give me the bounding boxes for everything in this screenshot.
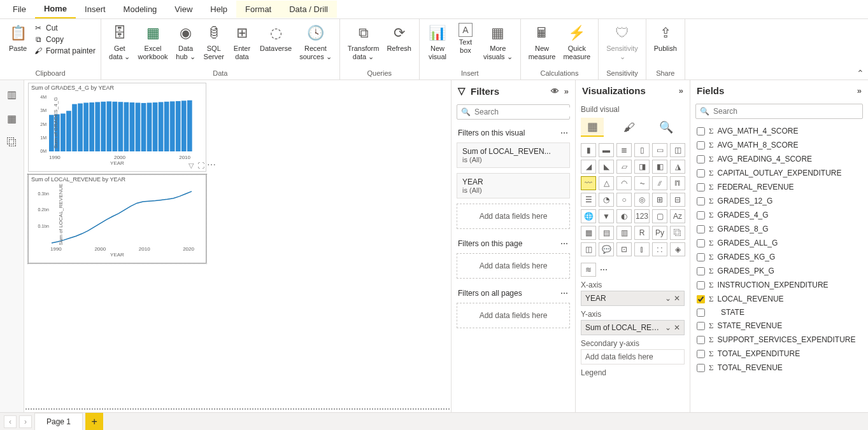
chevron-down-icon[interactable]: ⌄: [665, 294, 671, 303]
viz-type-12[interactable]: 〰: [581, 176, 596, 190]
field-checkbox[interactable]: [697, 169, 705, 177]
more-visuals-button[interactable]: ▦More visuals ⌄: [480, 22, 516, 62]
field-checkbox[interactable]: [697, 336, 705, 344]
xaxis-well[interactable]: YEAR ⌄ ✕: [581, 291, 685, 306]
filter-card-local-revenue[interactable]: Sum of LOCAL_REVEN... is (All): [457, 142, 570, 168]
menu-data-drill[interactable]: Data / Drill: [280, 1, 337, 18]
collapse-fields-button[interactable]: »: [857, 86, 862, 95]
viz-type-2[interactable]: ≣: [616, 143, 632, 157]
field-avg_math_8_score[interactable]: ΣAVG_MATH_8_SCORE: [695, 138, 863, 152]
format-visual-tab[interactable]: 🖌: [618, 118, 641, 137]
viz-type-35[interactable]: ⿻: [670, 226, 685, 240]
remove-y-button[interactable]: ✕: [674, 323, 680, 332]
remove-x-button[interactable]: ✕: [674, 294, 680, 303]
filter-drop-page[interactable]: Add data fields here: [457, 253, 570, 279]
paste-button[interactable]: 📋 Paste: [4, 22, 32, 54]
viz-type-14[interactable]: ◠: [616, 176, 632, 190]
quick-measure-button[interactable]: ⚡Quick measure: [559, 22, 594, 62]
menu-file[interactable]: File: [4, 1, 35, 18]
viz-type-22[interactable]: ⊞: [652, 193, 667, 207]
viz-type-36[interactable]: ◫: [581, 242, 596, 256]
prev-page-button[interactable]: ‹: [4, 415, 17, 428]
bar-chart-visual[interactable]: Sum of GRADES_4_G by YEAR Sum of GRADES_…: [28, 83, 206, 172]
filter-icon[interactable]: ▽: [189, 162, 194, 170]
filters-search[interactable]: 🔍: [457, 104, 570, 120]
viz-type-39[interactable]: ⫿: [634, 242, 650, 256]
add-page-button[interactable]: +: [85, 413, 103, 431]
data-view-icon[interactable]: ▦: [4, 111, 20, 126]
field-state[interactable]: STATE: [695, 306, 863, 319]
fields-search[interactable]: 🔍: [695, 104, 863, 119]
viz-type-16[interactable]: ⫽: [652, 176, 667, 190]
field-capital_outlay_expenditure[interactable]: ΣCAPITAL_OUTLAY_EXPENDITURE: [695, 166, 863, 180]
field-checkbox[interactable]: [697, 364, 705, 372]
viz-type-34[interactable]: Py: [652, 226, 667, 240]
field-checkbox[interactable]: [697, 197, 705, 205]
filters-visual-more[interactable]: ⋯: [560, 128, 569, 137]
field-checkbox[interactable]: [697, 141, 705, 149]
viz-type-32[interactable]: ▥: [616, 226, 632, 240]
menu-modeling[interactable]: Modeling: [115, 1, 166, 18]
viz-type-26[interactable]: ◐: [616, 209, 632, 223]
field-checkbox[interactable]: [697, 211, 705, 219]
field-local_revenue[interactable]: ΣLOCAL_REVENUE: [695, 292, 863, 306]
viz-type-4[interactable]: ▭: [652, 143, 667, 157]
field-state_revenue[interactable]: ΣSTATE_REVENUE: [695, 319, 863, 333]
eye-icon[interactable]: 👁: [551, 87, 559, 96]
new-measure-button[interactable]: 🖩New measure: [525, 22, 560, 62]
viz-type-25[interactable]: ▼: [599, 209, 614, 223]
viz-type-15[interactable]: ⏦: [634, 176, 650, 190]
fields-search-input[interactable]: [713, 107, 858, 116]
menu-view[interactable]: View: [166, 1, 201, 18]
line-chart-visual[interactable]: Sum of LOCAL_REVENUE by YEAR Sum of LOCA…: [28, 174, 206, 263]
field-total_revenue[interactable]: ΣTOTAL_REVENUE: [695, 361, 863, 375]
viz-narrative-icon[interactable]: ≋: [581, 263, 596, 277]
chart-more-button[interactable]: ⋯: [207, 160, 216, 170]
field-checkbox[interactable]: [697, 281, 705, 289]
text-box-button[interactable]: AText box: [452, 22, 480, 56]
sql-server-button[interactable]: 🛢SQL Server: [200, 22, 228, 62]
field-total_expenditure[interactable]: ΣTOTAL_EXPENDITURE: [695, 347, 863, 361]
field-grades_all_g[interactable]: ΣGRADES_ALL_G: [695, 236, 863, 250]
field-avg_math_4_score[interactable]: ΣAVG_MATH_4_SCORE: [695, 124, 863, 138]
report-view-icon[interactable]: ▥: [4, 87, 20, 102]
field-instruction_expenditure[interactable]: ΣINSTRUCTION_EXPENDITURE: [695, 278, 863, 292]
menu-help[interactable]: Help: [201, 1, 236, 18]
analytics-tab[interactable]: 🔍: [655, 118, 678, 137]
field-grades_kg_g[interactable]: ΣGRADES_KG_G: [695, 250, 863, 264]
page-tab-1[interactable]: Page 1: [34, 413, 83, 431]
filters-all-more[interactable]: ⋯: [560, 289, 569, 298]
cut-button[interactable]: ✂Cut: [32, 23, 97, 33]
field-checkbox[interactable]: [697, 309, 705, 317]
viz-type-11[interactable]: ◮: [670, 160, 685, 174]
filter-card-year[interactable]: YEAR is (All): [457, 173, 570, 198]
filters-search-input[interactable]: [474, 108, 570, 116]
viz-type-20[interactable]: ○: [616, 193, 632, 207]
viz-type-30[interactable]: ▦: [581, 226, 596, 240]
new-visual-button[interactable]: 📊New visual: [423, 22, 452, 62]
viz-type-13[interactable]: △: [599, 176, 614, 190]
viz-type-5[interactable]: ◫: [670, 143, 685, 157]
viz-type-24[interactable]: 🌐: [581, 209, 596, 223]
viz-type-1[interactable]: ▬: [599, 143, 614, 157]
field-grades_8_g[interactable]: ΣGRADES_8_G: [695, 222, 863, 236]
viz-type-19[interactable]: ◔: [599, 193, 614, 207]
field-federal_revenue[interactable]: ΣFEDERAL_REVENUE: [695, 180, 863, 194]
field-checkbox[interactable]: [697, 225, 705, 233]
field-grades_4_g[interactable]: ΣGRADES_4_G: [695, 208, 863, 222]
model-view-icon[interactable]: ⿻: [4, 135, 20, 150]
menu-home[interactable]: Home: [35, 0, 76, 18]
chevron-down-icon[interactable]: ⌄: [665, 323, 671, 332]
field-grades_pk_g[interactable]: ΣGRADES_PK_G: [695, 264, 863, 278]
menu-insert[interactable]: Insert: [76, 1, 115, 18]
viz-type-21[interactable]: ◎: [634, 193, 650, 207]
viz-type-3[interactable]: ▯: [634, 143, 650, 157]
field-checkbox[interactable]: [697, 322, 705, 330]
viz-type-7[interactable]: ◣: [599, 160, 614, 174]
viz-type-9[interactable]: ◨: [634, 160, 650, 174]
publish-button[interactable]: ⇪Publish: [650, 22, 681, 54]
collapse-filters-button[interactable]: »: [564, 87, 569, 96]
field-checkbox[interactable]: [697, 350, 705, 358]
recent-sources-button[interactable]: 🕓Recent sources ⌄: [295, 22, 336, 62]
yaxis-well[interactable]: Sum of LOCAL_REVEN... ⌄ ✕: [581, 320, 685, 335]
